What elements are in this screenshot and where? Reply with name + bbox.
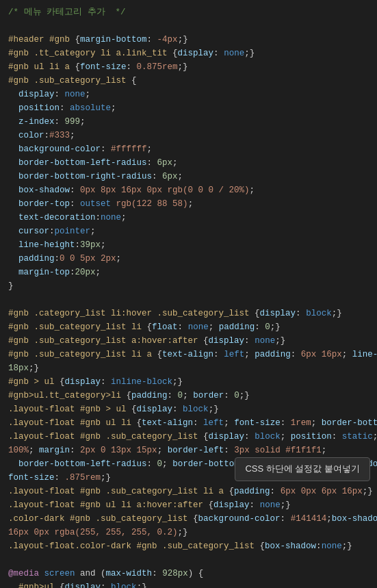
code-line-15: border-top: outset rgb(122 88 58); (0, 197, 377, 211)
code-line-23: #gnb .category_list li:hover .sub_catego… (0, 307, 377, 320)
code-line-10: color:#333; (0, 129, 377, 142)
code-line-42: @media screen and (max-width: 928px) { (0, 567, 377, 580)
code-line-43: #gnb>ul {display: block;} (0, 580, 377, 588)
code-line-28: #gnb > ul {display: inline-block;} (0, 375, 377, 389)
code-line-30: .layout-float #gnb > ul {display: block;… (0, 402, 377, 416)
code-line-29: #gnb>ul.tt_category>li {padding: 0; bord… (0, 389, 377, 402)
code-line-11: background-color: #ffffff; (0, 142, 377, 156)
code-line-27: 18px;} (0, 361, 377, 375)
code-line-12: border-bottom-left-radius: 6px; (0, 156, 377, 170)
blank-line-3 (0, 553, 377, 567)
code-line-3: #header #gnb {margin-bottom: -4px;} (0, 33, 377, 47)
code-line-19: padding:0 0 5px 2px; (0, 252, 377, 266)
tooltip-box: CSS 하단에 설정값 붙여넣기 (235, 457, 370, 481)
blank-line-2 (0, 293, 377, 307)
code-line-39: 16px 0px rgba(255, 255, 255, 0.2);} (0, 526, 377, 539)
code-line-4: #gnb .tt_category li a.link_tit {display… (0, 47, 377, 60)
code-line-5: #gnb ul li a {font-size: 0.875rem;} (0, 60, 377, 74)
code-line-26: #gnb .sub_category_list li a {text-align… (0, 348, 377, 361)
blank-line-1 (0, 19, 377, 33)
code-line-comment: /* 메뉴 카테고리 추가 */ (0, 5, 377, 19)
code-line-37: .layout-float #gnb ul li a:hover:after {… (0, 498, 377, 512)
code-line-24: #gnb .sub_category_list li {float: none;… (0, 320, 377, 334)
code-line-9: z-index: 999; (0, 115, 377, 129)
code-line-31: .layout-float #gnb ul li {text-align: le… (0, 416, 377, 430)
code-line-20: margin-top:20px; (0, 266, 377, 279)
code-line-17: cursor:pointer; (0, 225, 377, 238)
code-line-38: .color-dark #gnb .sub_category_list {bac… (0, 512, 377, 526)
code-line-40: .layout-float.color-dark #gnb .sub_categ… (0, 539, 377, 553)
code-line-21: } (0, 279, 377, 293)
code-line-33: 100%; margin: 2px 0 13px 15px; border-le… (0, 444, 377, 457)
code-line-14: box-shadow: 0px 8px 16px 0px rgb(0 0 0 /… (0, 183, 377, 197)
code-lines: /* 메뉴 카테고리 추가 */ #header #gnb {margin-bo… (0, 5, 377, 588)
code-line-18: line-height:39px; (0, 238, 377, 252)
code-editor: /* 메뉴 카테고리 추가 */ #header #gnb {margin-bo… (0, 0, 377, 588)
code-line-8: position: absolute; (0, 101, 377, 115)
code-line-13: border-bottom-right-radius: 6px; (0, 170, 377, 183)
code-line-7: display: none; (0, 88, 377, 101)
code-line-16: text-decoration:none; (0, 211, 377, 225)
code-line-25: #gnb .sub_category_list a:hover:after {d… (0, 334, 377, 348)
code-line-36: .layout-float #gnb .sub_category_list li… (0, 485, 377, 498)
code-line-32: .layout-float #gnb .sub_category_list {d… (0, 430, 377, 444)
code-line-6: #gnb .sub_category_list { (0, 74, 377, 88)
